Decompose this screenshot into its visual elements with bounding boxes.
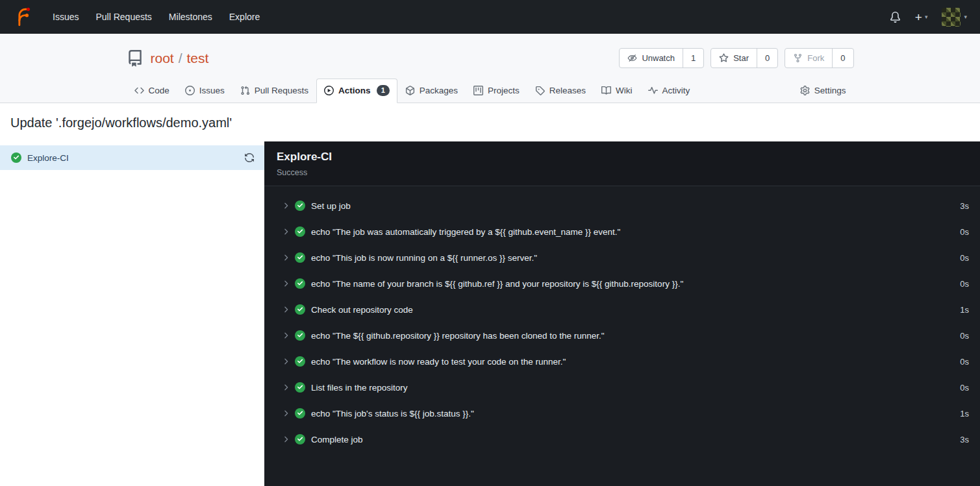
tab-actions-label: Actions: [338, 86, 371, 95]
step-duration: 0s: [947, 227, 969, 237]
repo-name-link[interactable]: test: [187, 51, 209, 66]
step-row[interactable]: echo "The name of your branch is ${{ git…: [264, 271, 980, 297]
step-name: Complete job: [311, 435, 363, 444]
tab-projects-label: Projects: [488, 86, 520, 95]
jobs-sidebar: Explore-CI: [0, 141, 264, 486]
create-new-dropdown[interactable]: + ▾: [915, 11, 928, 23]
step-row[interactable]: Set up job 3s: [264, 193, 980, 219]
play-circle-icon: [324, 86, 334, 95]
project-board-icon: [473, 86, 483, 95]
repo-action-buttons: Unwatch 1 Star 0 Fork 0: [619, 48, 853, 68]
step-name: echo "This job is now running on a ${{ r…: [311, 253, 537, 263]
success-check-icon: [295, 226, 305, 237]
job-item-explore-ci[interactable]: Explore-CI: [0, 145, 264, 170]
eye-slash-icon: [627, 53, 637, 63]
forgejo-logo-icon[interactable]: [13, 7, 32, 27]
tab-code[interactable]: Code: [127, 79, 177, 103]
tab-settings[interactable]: Settings: [792, 79, 854, 103]
actions-count-badge: 1: [377, 85, 390, 96]
nav-issues[interactable]: Issues: [44, 6, 87, 27]
gear-icon: [800, 86, 810, 95]
tab-releases[interactable]: Releases: [527, 79, 594, 103]
step-name: List files in the repository: [311, 383, 408, 393]
forks-count[interactable]: 0: [832, 49, 853, 67]
nav-explore[interactable]: Explore: [221, 6, 268, 27]
step-row[interactable]: Check out repository code 1s: [264, 297, 980, 322]
log-job-status: Success: [277, 168, 968, 177]
unwatch-button-group: Unwatch 1: [619, 48, 704, 68]
nav-milestones[interactable]: Milestones: [160, 6, 221, 27]
code-icon: [134, 86, 144, 95]
tab-issues-label: Issues: [199, 86, 225, 95]
plus-icon: +: [915, 11, 922, 23]
step-row[interactable]: echo "The ${{ github.repository }} repos…: [264, 322, 980, 348]
git-pull-request-icon: [240, 86, 250, 95]
tag-icon: [535, 86, 545, 95]
chevron-right-icon[interactable]: [281, 253, 290, 262]
unwatch-label: Unwatch: [642, 53, 675, 63]
step-row[interactable]: echo "This job is now running on a ${{ r…: [264, 245, 980, 271]
step-duration: 0s: [947, 383, 969, 393]
success-check-icon: [295, 278, 305, 289]
navbar-right: + ▾ ▾: [890, 8, 967, 27]
repo-tabs: Code Issues Pull Requests Actions 1 Pack…: [127, 79, 854, 103]
chevron-right-icon[interactable]: [281, 279, 290, 288]
chevron-right-icon[interactable]: [281, 435, 290, 444]
success-check-icon: [295, 304, 305, 315]
job-name-label: Explore-CI: [27, 153, 69, 163]
tab-activity[interactable]: Activity: [640, 79, 698, 103]
chevron-right-icon[interactable]: [281, 409, 290, 418]
chevron-right-icon[interactable]: [281, 305, 290, 314]
step-row[interactable]: echo "This job's status is ${{ job.statu…: [264, 400, 980, 426]
chevron-right-icon[interactable]: [281, 201, 290, 210]
success-check-icon: [295, 330, 305, 341]
user-menu-dropdown[interactable]: ▾: [942, 8, 967, 27]
fork-button-group: Fork 0: [785, 48, 853, 68]
repo-owner-link[interactable]: root: [151, 51, 174, 66]
fork-button[interactable]: Fork: [785, 49, 832, 67]
workflow-run-title: Update '.forgejo/workflows/demo.yaml': [0, 103, 980, 141]
chevron-right-icon[interactable]: [281, 331, 290, 340]
rerun-sync-icon[interactable]: [244, 152, 255, 163]
log-job-title: Explore-CI: [277, 151, 968, 164]
step-row[interactable]: Complete job 3s: [264, 426, 980, 452]
watchers-count[interactable]: 1: [683, 49, 703, 67]
star-label: Star: [733, 53, 749, 63]
unwatch-button[interactable]: Unwatch: [620, 49, 683, 67]
stars-count[interactable]: 0: [757, 49, 777, 67]
log-steps-list: Set up job 3s echo "The job was automati…: [264, 186, 980, 459]
step-row[interactable]: List files in the repository 0s: [264, 374, 980, 400]
top-navbar: Issues Pull Requests Milestones Explore …: [0, 0, 980, 34]
success-check-icon: [295, 356, 305, 367]
fork-label: Fork: [807, 53, 824, 63]
notifications-bell-icon[interactable]: [890, 12, 901, 23]
repo-header: root / test Unwatch 1 Star 0: [0, 34, 980, 103]
step-duration: 3s: [947, 435, 969, 444]
tab-pull-requests[interactable]: Pull Requests: [232, 79, 316, 103]
star-button[interactable]: Star: [711, 49, 757, 67]
tab-issues[interactable]: Issues: [177, 79, 232, 103]
step-duration: 0s: [947, 331, 969, 341]
step-name: echo "The ${{ github.repository }} repos…: [311, 331, 605, 341]
job-log-panel: Explore-CI Success Set up job 3s echo "T…: [264, 141, 980, 486]
nav-pull-requests[interactable]: Pull Requests: [87, 6, 160, 27]
step-row[interactable]: echo "The workflow is now ready to test …: [264, 348, 980, 374]
breadcrumb-separator: /: [179, 51, 182, 66]
tab-code-label: Code: [149, 86, 170, 95]
pulse-icon: [648, 86, 658, 95]
tab-projects[interactable]: Projects: [466, 79, 527, 103]
chevron-right-icon[interactable]: [281, 357, 290, 366]
step-name: Check out repository code: [311, 305, 413, 315]
log-header: Explore-CI Success: [264, 141, 980, 186]
step-duration: 1s: [947, 409, 969, 419]
book-icon: [601, 86, 611, 95]
step-duration: 0s: [947, 357, 969, 367]
package-icon: [405, 86, 415, 95]
tab-wiki[interactable]: Wiki: [594, 79, 640, 103]
step-row[interactable]: echo "The job was automatically triggere…: [264, 219, 980, 245]
step-duration: 0s: [947, 253, 969, 263]
chevron-right-icon[interactable]: [281, 227, 290, 236]
tab-packages[interactable]: Packages: [397, 79, 466, 103]
chevron-right-icon[interactable]: [281, 383, 290, 392]
tab-actions[interactable]: Actions 1: [316, 79, 397, 103]
